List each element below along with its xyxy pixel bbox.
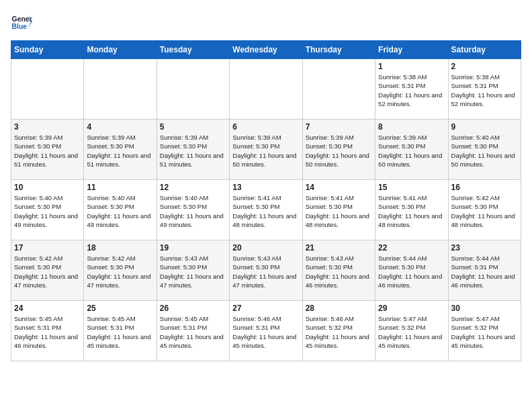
- day-info: Sunrise: 5:44 AM Sunset: 5:30 PM Dayligh…: [378, 254, 445, 289]
- calendar-cell: 11Sunrise: 5:40 AM Sunset: 5:30 PM Dayli…: [84, 180, 157, 240]
- calendar-cell: 22Sunrise: 5:44 AM Sunset: 5:30 PM Dayli…: [375, 240, 448, 301]
- calendar-cell: 20Sunrise: 5:43 AM Sunset: 5:30 PM Dayli…: [230, 240, 302, 301]
- logo: General Blue: [11, 11, 35, 32]
- day-number: 20: [232, 243, 299, 253]
- calendar-cell: 21Sunrise: 5:43 AM Sunset: 5:30 PM Dayli…: [302, 240, 375, 301]
- day-info: Sunrise: 5:41 AM Sunset: 5:30 PM Dayligh…: [306, 193, 372, 229]
- day-info: Sunrise: 5:39 AM Sunset: 5:30 PM Dayligh…: [232, 133, 299, 169]
- calendar-cell: 17Sunrise: 5:42 AM Sunset: 5:30 PM Dayli…: [11, 240, 84, 301]
- calendar-cell: 8Sunrise: 5:39 AM Sunset: 5:30 PM Daylig…: [375, 120, 448, 180]
- day-info: Sunrise: 5:44 AM Sunset: 5:31 PM Dayligh…: [451, 254, 518, 289]
- weekday-header: Friday: [375, 41, 448, 59]
- day-info: Sunrise: 5:38 AM Sunset: 5:31 PM Dayligh…: [451, 73, 518, 108]
- day-number: 9: [451, 122, 518, 132]
- calendar-cell: 27Sunrise: 5:46 AM Sunset: 5:31 PM Dayli…: [230, 301, 302, 361]
- calendar-cell: 19Sunrise: 5:43 AM Sunset: 5:30 PM Dayli…: [157, 240, 229, 301]
- calendar-cell: [84, 59, 157, 120]
- calendar-cell: 24Sunrise: 5:45 AM Sunset: 5:31 PM Dayli…: [11, 301, 84, 361]
- day-number: 14: [306, 183, 372, 192]
- svg-text:Blue: Blue: [12, 23, 28, 30]
- day-info: Sunrise: 5:39 AM Sunset: 5:30 PM Dayligh…: [14, 133, 81, 169]
- day-number: 24: [14, 304, 81, 313]
- day-number: 21: [306, 243, 372, 253]
- day-info: Sunrise: 5:40 AM Sunset: 5:30 PM Dayligh…: [160, 193, 226, 229]
- calendar-cell: 2Sunrise: 5:38 AM Sunset: 5:31 PM Daylig…: [448, 59, 521, 120]
- weekday-header: Monday: [84, 41, 157, 59]
- weekday-header: Sunday: [11, 41, 84, 59]
- day-number: 18: [87, 243, 153, 253]
- day-info: Sunrise: 5:39 AM Sunset: 5:30 PM Dayligh…: [160, 133, 226, 169]
- calendar-cell: 23Sunrise: 5:44 AM Sunset: 5:31 PM Dayli…: [448, 240, 521, 301]
- day-info: Sunrise: 5:40 AM Sunset: 5:30 PM Dayligh…: [451, 133, 518, 169]
- day-number: 29: [378, 304, 445, 313]
- day-number: 6: [232, 122, 299, 132]
- day-info: Sunrise: 5:45 AM Sunset: 5:31 PM Dayligh…: [14, 314, 81, 350]
- calendar-cell: 4Sunrise: 5:39 AM Sunset: 5:30 PM Daylig…: [84, 120, 157, 180]
- day-number: 7: [306, 122, 372, 132]
- day-info: Sunrise: 5:43 AM Sunset: 5:30 PM Dayligh…: [232, 254, 299, 289]
- day-info: Sunrise: 5:39 AM Sunset: 5:30 PM Dayligh…: [306, 133, 372, 169]
- day-number: 5: [160, 122, 226, 132]
- calendar-cell: 28Sunrise: 5:46 AM Sunset: 5:32 PM Dayli…: [302, 301, 375, 361]
- calendar-cell: [302, 59, 375, 120]
- day-info: Sunrise: 5:45 AM Sunset: 5:31 PM Dayligh…: [87, 314, 153, 350]
- day-number: 25: [87, 304, 153, 313]
- calendar-cell: 14Sunrise: 5:41 AM Sunset: 5:30 PM Dayli…: [302, 180, 375, 240]
- svg-text:General: General: [12, 15, 32, 23]
- day-info: Sunrise: 5:38 AM Sunset: 5:31 PM Dayligh…: [378, 73, 445, 108]
- day-number: 11: [87, 183, 153, 192]
- day-number: 3: [14, 122, 81, 132]
- calendar-cell: 18Sunrise: 5:42 AM Sunset: 5:30 PM Dayli…: [84, 240, 157, 301]
- day-info: Sunrise: 5:39 AM Sunset: 5:30 PM Dayligh…: [378, 133, 445, 169]
- day-info: Sunrise: 5:39 AM Sunset: 5:30 PM Dayligh…: [87, 133, 153, 169]
- day-info: Sunrise: 5:40 AM Sunset: 5:30 PM Dayligh…: [14, 193, 81, 229]
- calendar-cell: 7Sunrise: 5:39 AM Sunset: 5:30 PM Daylig…: [302, 120, 375, 180]
- day-info: Sunrise: 5:46 AM Sunset: 5:31 PM Dayligh…: [232, 314, 299, 350]
- weekday-header: Thursday: [302, 41, 375, 59]
- day-info: Sunrise: 5:43 AM Sunset: 5:30 PM Dayligh…: [306, 254, 372, 289]
- day-info: Sunrise: 5:45 AM Sunset: 5:31 PM Dayligh…: [160, 314, 226, 350]
- calendar-cell: 26Sunrise: 5:45 AM Sunset: 5:31 PM Dayli…: [157, 301, 229, 361]
- calendar-cell: 5Sunrise: 5:39 AM Sunset: 5:30 PM Daylig…: [157, 120, 229, 180]
- day-number: 28: [306, 304, 372, 313]
- day-number: 22: [378, 243, 445, 253]
- day-number: 23: [451, 243, 518, 253]
- day-info: Sunrise: 5:47 AM Sunset: 5:32 PM Dayligh…: [451, 314, 518, 350]
- day-info: Sunrise: 5:43 AM Sunset: 5:30 PM Dayligh…: [160, 254, 226, 289]
- day-number: 8: [378, 122, 445, 132]
- day-info: Sunrise: 5:40 AM Sunset: 5:30 PM Dayligh…: [87, 193, 153, 229]
- calendar-cell: 10Sunrise: 5:40 AM Sunset: 5:30 PM Dayli…: [11, 180, 84, 240]
- calendar-cell: 12Sunrise: 5:40 AM Sunset: 5:30 PM Dayli…: [157, 180, 229, 240]
- calendar-cell: 6Sunrise: 5:39 AM Sunset: 5:30 PM Daylig…: [230, 120, 302, 180]
- day-info: Sunrise: 5:42 AM Sunset: 5:30 PM Dayligh…: [451, 193, 518, 229]
- day-number: 12: [160, 183, 226, 192]
- day-info: Sunrise: 5:42 AM Sunset: 5:30 PM Dayligh…: [87, 254, 153, 289]
- day-number: 2: [451, 62, 518, 71]
- day-number: 10: [14, 183, 81, 192]
- day-number: 19: [160, 243, 226, 253]
- calendar-table: SundayMondayTuesdayWednesdayThursdayFrid…: [11, 40, 521, 361]
- calendar-cell: [230, 59, 302, 120]
- weekday-header: Tuesday: [157, 41, 229, 59]
- calendar-cell: 29Sunrise: 5:47 AM Sunset: 5:32 PM Dayli…: [375, 301, 448, 361]
- day-number: 4: [87, 122, 153, 132]
- day-number: 27: [232, 304, 299, 313]
- day-info: Sunrise: 5:47 AM Sunset: 5:32 PM Dayligh…: [378, 314, 445, 350]
- calendar-cell: [157, 59, 229, 120]
- day-number: 17: [14, 243, 81, 253]
- calendar-cell: 13Sunrise: 5:41 AM Sunset: 5:30 PM Dayli…: [230, 180, 302, 240]
- calendar-cell: 3Sunrise: 5:39 AM Sunset: 5:30 PM Daylig…: [11, 120, 84, 180]
- calendar-cell: 25Sunrise: 5:45 AM Sunset: 5:31 PM Dayli…: [84, 301, 157, 361]
- day-number: 30: [451, 304, 518, 313]
- calendar-cell: 15Sunrise: 5:41 AM Sunset: 5:30 PM Dayli…: [375, 180, 448, 240]
- day-info: Sunrise: 5:41 AM Sunset: 5:30 PM Dayligh…: [378, 193, 445, 229]
- day-number: 26: [160, 304, 226, 313]
- calendar-cell: 16Sunrise: 5:42 AM Sunset: 5:30 PM Dayli…: [448, 180, 521, 240]
- day-number: 13: [232, 183, 299, 192]
- day-number: 16: [451, 183, 518, 192]
- weekday-header: Wednesday: [230, 41, 302, 59]
- calendar-cell: 1Sunrise: 5:38 AM Sunset: 5:31 PM Daylig…: [375, 59, 448, 120]
- day-info: Sunrise: 5:41 AM Sunset: 5:30 PM Dayligh…: [232, 193, 299, 229]
- calendar-cell: 9Sunrise: 5:40 AM Sunset: 5:30 PM Daylig…: [448, 120, 521, 180]
- day-info: Sunrise: 5:46 AM Sunset: 5:32 PM Dayligh…: [306, 314, 372, 350]
